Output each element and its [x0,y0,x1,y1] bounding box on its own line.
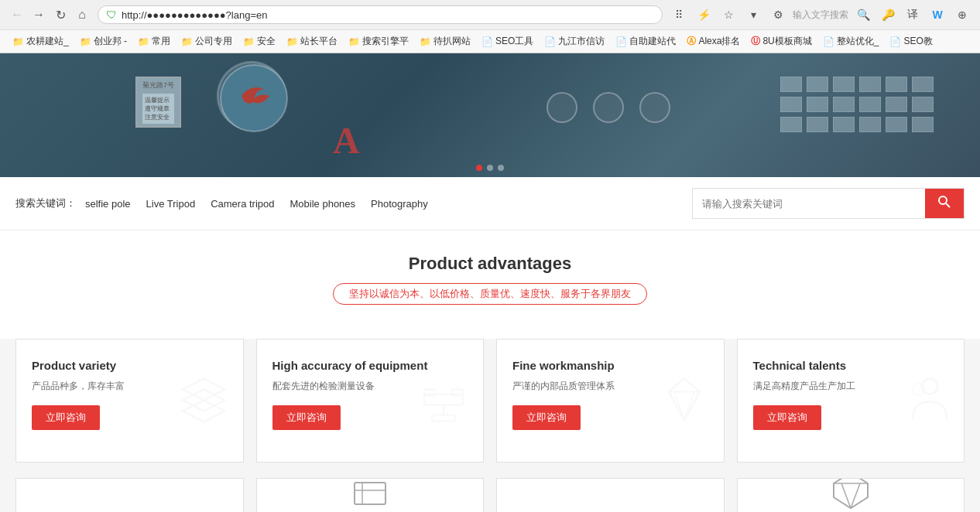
translate-button[interactable]: 译 [903,5,923,25]
building-sign: 菊光路7号 温馨提示遵守规章注意安全 [135,77,181,128]
bookmark-changyong[interactable]: 📁 常用 [133,33,175,49]
window [780,117,802,132]
card-title-2: High accuracy of equipment [272,358,468,374]
advantages-subtitle: 坚持以诚信为本、以低价格、质量优、速度快、服务于各界朋友 [333,283,647,305]
bookmark-label: 搜索引擎平 [362,35,409,48]
card-btn-1[interactable]: 立即咨询 [32,405,100,430]
url-input[interactable] [122,9,654,21]
star-button[interactable]: ☆ [718,5,738,25]
bookmark-stationmaster[interactable]: 📁 站长平台 [282,33,342,49]
window [886,97,907,112]
bookmark-jianzhan[interactable]: 📄 自助建站代 [611,33,680,49]
card-btn-4[interactable]: 立即咨询 [753,405,821,430]
svg-line-2 [946,203,950,207]
search-keywords: selfie pole Live Tripod Camera tripod Mo… [85,198,428,210]
bookmark-label: 常用 [152,35,170,48]
keyword-mobile-phones[interactable]: Mobile phones [290,198,356,210]
home-button[interactable]: ⌂ [73,5,91,24]
address-bar[interactable]: 🛡 [98,5,663,24]
person-icon [897,373,951,429]
window [833,117,855,132]
settings-button[interactable]: ⚙ [768,5,788,25]
bottom-icon-4 [737,478,965,512]
search-button[interactable] [925,189,964,218]
bookmark-label: 自助建站代 [629,35,676,48]
window [807,97,828,112]
folder-icon: 📁 [138,36,149,47]
svg-point-1 [939,196,947,204]
hero-dot-2[interactable] [487,165,493,171]
forward-button[interactable]: → [29,5,48,24]
search-input[interactable] [693,189,925,218]
window [833,77,855,92]
key-button[interactable]: 🔑 [878,5,898,25]
bookmark-security[interactable]: 📁 安全 [238,33,280,49]
advantages-section: Product advantages 坚持以诚信为本、以低价格、质量优、速度快、… [0,230,980,339]
bookmark-company[interactable]: 📁 公司专用 [176,33,237,49]
hero-logo-svg [219,63,289,133]
search-section: 搜索关键词： selfie pole Live Tripod Camera tr… [0,177,980,230]
svg-marker-20 [834,478,868,508]
extensions-button[interactable]: ⠿ [669,5,689,25]
word-button[interactable]: W [927,5,947,25]
tool-icon [351,478,389,510]
nav-buttons: ← → ↻ ⌂ [8,5,91,24]
card-btn-3[interactable]: 立即咨询 [512,405,581,430]
bookmark-seo-opt[interactable]: 📄 整站优化_ [818,33,884,49]
doc-icon: 📄 [544,36,556,47]
bookmark-8u[interactable]: Ⓤ 8U模板商城 [746,33,816,49]
menu-button[interactable]: ⊕ [952,5,972,25]
bookmark-seo-engine[interactable]: 📁 搜索引擎平 [344,33,413,49]
bookmark-alexa[interactable]: Ⓐ Alexa排名 [682,33,745,49]
page-content: 菊光路7号 温馨提示遵守规章注意安全 A 搜索关键词： selfie pole [0,53,980,512]
layers-icon [176,373,231,429]
bookmark-seo-edu[interactable]: 📄 SEO教 [885,33,937,49]
lightning-button[interactable]: ⚡ [694,5,714,25]
diamond-icon [657,373,711,429]
bookmark-label: SEO工具 [495,35,533,48]
hero-section: 菊光路7号 温馨提示遵守规章注意安全 A [0,53,980,177]
back-button[interactable]: ← [8,5,26,24]
card-btn-2[interactable]: 立即咨询 [272,405,341,430]
bookmark-label: 8U模板商城 [762,35,811,48]
search-input-area [692,188,965,219]
bookmark-chuangyebang[interactable]: 📁 创业邦 - [75,33,132,49]
window [912,97,934,112]
window [859,97,881,112]
search-icon [937,195,951,209]
keyword-selfie-pole[interactable]: selfie pole [85,198,131,210]
bookmark-label: 九江市信访 [558,35,605,48]
card-workmanship: Fine workmanship 严谨的内部品质管理体系 立即咨询 [496,339,725,463]
hero-dot-3[interactable] [498,165,504,171]
folder-icon: 📁 [243,36,255,47]
bookmark-jiujiang[interactable]: 📄 九江市信访 [540,33,609,49]
hero-dot-1[interactable] [476,165,482,171]
card-title-4: Technical talents [753,358,949,374]
folder-icon: 📁 [348,36,360,47]
hero-background: 菊光路7号 温馨提示遵守规章注意安全 A [0,53,980,177]
sign-text: 菊光路7号 [142,80,174,90]
bookmark-button[interactable]: ▾ [743,5,763,25]
card-title-3: Fine workmanship [512,358,708,374]
window [833,97,855,112]
keyword-camera-tripod[interactable]: Camera tripod [211,198,274,210]
bottom-icon-2 [256,478,485,512]
bookmark-daiba[interactable]: 📁 待扒网站 [415,33,475,49]
sign-detail: 温馨提示遵守规章注意安全 [142,94,174,124]
browser-search-button[interactable]: 🔍 [853,5,873,25]
bottom-icons-row [0,478,980,512]
refresh-button[interactable]: ↻ [51,5,70,24]
bookmark-label: 公司专用 [195,35,232,48]
card-accuracy: High accuracy of equipment 配套先进的检验测量设备 立… [256,339,485,463]
keyword-live-tripod[interactable]: Live Tripod [146,198,196,210]
bookmark-seo-tool[interactable]: 📄 SEO工具 [477,33,538,49]
bookmark-nongeng[interactable]: 📁 农耕建站_ [8,33,74,49]
search-label: 搜索关键词： [15,196,76,210]
browser-actions: ⠿ ⚡ ☆ ▾ ⚙ 输入文字搜索 🔍 🔑 译 W ⊕ [669,5,972,25]
window [859,77,881,92]
window [912,77,934,92]
wrench-icon [416,373,471,429]
card-title-1: Product variety [32,358,228,374]
doc-icon: 📄 [889,36,901,47]
keyword-photography[interactable]: Photography [371,198,428,210]
